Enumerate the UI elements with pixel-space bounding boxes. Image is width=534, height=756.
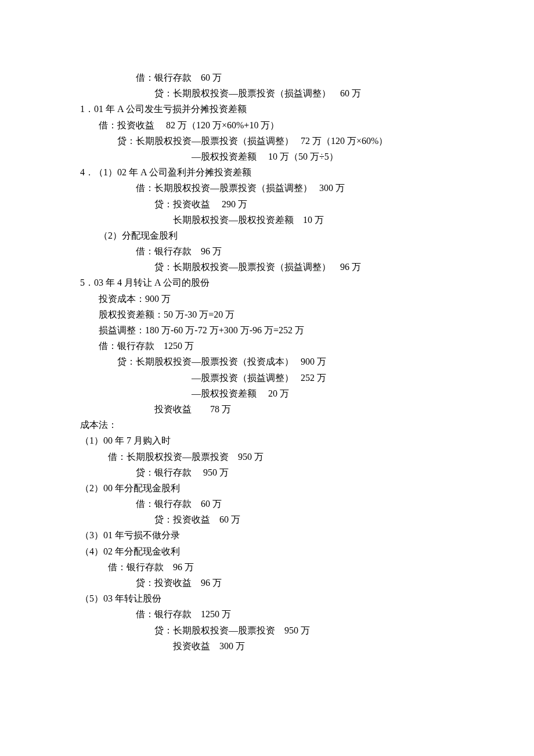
- text-line: 贷：长期股权投资—股票投资（损益调整） 72 万（120 万×60%）: [117, 133, 499, 149]
- text-line: （4）02 年分配现金收利: [80, 543, 499, 559]
- text-line: 贷：长期股权投资—股票投资 950 万: [154, 622, 499, 638]
- document-page: 借：银行存款 60 万贷：长期股权投资—股票投资（损益调整） 60 万1．01 …: [0, 70, 534, 654]
- text-line: 5．03 年 4 月转让 A 公司的股份: [80, 275, 499, 290]
- text-line: （3）01 年亏损不做分录: [80, 527, 499, 543]
- text-line: 投资收益 300 万: [173, 638, 499, 654]
- text-line: 贷：投资收益 60 万: [154, 512, 499, 527]
- text-line: 损益调整：180 万-60 万-72 万+300 万-96 万=252 万: [99, 322, 499, 338]
- text-line: 长期股权投资—股权投资差额 10 万: [173, 212, 499, 228]
- text-line: 借：银行存款 96 万: [108, 559, 499, 575]
- text-line: 贷：长期股权投资—股票投资（损益调整） 96 万: [154, 259, 499, 275]
- text-line: 贷：长期股权投资—股票投资（投资成本） 900 万: [117, 354, 499, 369]
- text-line: 贷：银行存款 950 万: [136, 465, 499, 480]
- text-line: （1）00 年 7 月购入时: [80, 433, 499, 448]
- text-line: 投资收益 78 万: [154, 401, 499, 417]
- text-line: 借：长期股权投资—股票投资（损益调整） 300 万: [136, 180, 499, 196]
- text-line: 1．01 年 A 公司发生亏损并分摊投资差额: [80, 101, 499, 117]
- text-line: 4．（1）02 年 A 公司盈利并分摊投资差额: [80, 164, 499, 180]
- text-line: —股权投资差额 10 万（50 万÷5）: [192, 149, 499, 164]
- text-line: 贷：长期股权投资—股票投资（损益调整） 60 万: [154, 85, 499, 101]
- text-line: 贷：投资收益 96 万: [136, 575, 499, 591]
- text-line: —股票投资（损益调整） 252 万: [192, 370, 499, 386]
- text-line: 借：银行存款 1250 万: [136, 606, 499, 622]
- text-line: 借：银行存款 96 万: [136, 243, 499, 259]
- text-line: 股权投资差额：50 万-30 万=20 万: [99, 307, 499, 322]
- text-line: 借：长期股权投资—股票投资 950 万: [108, 449, 499, 465]
- text-line: 借：投资收益 82 万（120 万×60%+10 万）: [99, 117, 499, 133]
- text-line: 贷：投资收益 290 万: [154, 196, 499, 212]
- text-line: 投资成本：900 万: [99, 291, 499, 307]
- text-line: 借：银行存款 1250 万: [99, 338, 499, 354]
- text-line: 成本法：: [80, 417, 499, 433]
- text-line: （2）分配现金股利: [99, 228, 499, 243]
- document-body: 借：银行存款 60 万贷：长期股权投资—股票投资（损益调整） 60 万1．01 …: [80, 70, 499, 654]
- text-line: （5）03 年转让股份: [80, 591, 499, 606]
- text-line: —股权投资差额 20 万: [192, 386, 499, 401]
- text-line: （2）00 年分配现金股利: [80, 480, 499, 496]
- text-line: 借：银行存款 60 万: [136, 496, 499, 512]
- text-line: 借：银行存款 60 万: [136, 70, 499, 85]
